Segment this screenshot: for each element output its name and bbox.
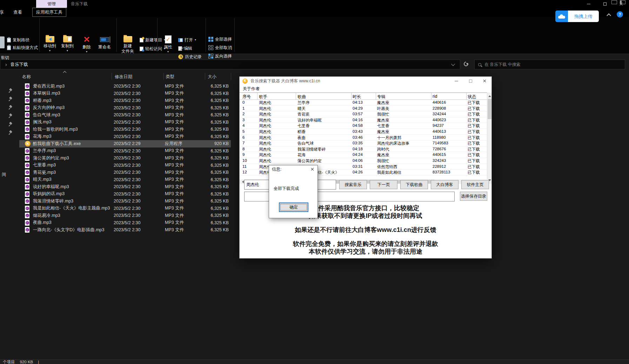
pin-icon[interactable] bbox=[8, 105, 13, 110]
select-none-button[interactable]: 全部取消 bbox=[208, 44, 232, 51]
dialog-close-button[interactable] bbox=[307, 165, 317, 173]
help-button[interactable]: ? bbox=[617, 11, 623, 18]
file-row[interactable]: 七里香.mp3 2023/5/2 2:30 MP3 文件 6,325 KB bbox=[19, 162, 231, 169]
vertical-scrollbar[interactable] bbox=[487, 92, 491, 184]
software-home-button[interactable]: 软件主页 bbox=[461, 180, 489, 189]
column-header-date[interactable]: 修改日期 bbox=[115, 74, 132, 80]
file-row[interactable]: 听妈妈的话.mp3 2023/5/2 2:30 MP3 文件 6,325 KB bbox=[19, 191, 231, 198]
dabai-blog-button[interactable]: 大白博客 bbox=[431, 180, 459, 189]
refresh-icon[interactable] bbox=[463, 61, 469, 67]
song-row[interactable]: 8 周杰伦 我落泪情绪零碎 04:18 跨时代 728676 已下载 bbox=[240, 146, 487, 152]
downloader-minimize-button[interactable] bbox=[449, 77, 463, 85]
file-row[interactable]: 晴天.mp3 2023/5/2 2:30 MP3 文件 6,325 KB bbox=[19, 176, 231, 184]
copy-path-button[interactable]: 复制路径 bbox=[7, 37, 29, 43]
song-row[interactable]: 10 周杰伦 蒲公英的约定 04:06 我很忙 324243 已下载 bbox=[240, 158, 487, 164]
paste-shortcut-button[interactable]: 粘贴快捷方式 bbox=[7, 44, 38, 51]
file-row[interactable]: 告白气球.mp3 2023/5/2 2:30 MP3 文件 6,325 KB bbox=[19, 111, 231, 119]
file-row[interactable]: 搁浅.mp3 2023/5/2 2:30 MP3 文件 6,325 KB bbox=[19, 119, 231, 126]
song-row[interactable]: 2 周杰伦 青花瓷 03:57 我很忙 324244 已下载 bbox=[240, 111, 487, 117]
col-seq[interactable]: 序号 bbox=[242, 94, 251, 100]
vertical-scroll-thumb[interactable] bbox=[488, 99, 491, 119]
breadcrumb[interactable]: 音乐下载 bbox=[11, 62, 28, 68]
edit-button[interactable]: 编辑 bbox=[178, 45, 192, 51]
col-status[interactable]: 状态 bbox=[468, 94, 476, 100]
delete-button[interactable]: × 删除▾ bbox=[79, 35, 94, 53]
download-songs-button[interactable]: 下载歌曲 bbox=[400, 180, 428, 189]
song-row[interactable]: 5 周杰伦 稻香 03:43 魔杰座 440613 已下载 bbox=[240, 129, 487, 135]
file-row[interactable]: 我落泪情绪零碎.mp3 2023/5/2 2:30 MP3 文件 6,325 K… bbox=[19, 198, 231, 205]
tab-share[interactable]: 共享 bbox=[0, 8, 4, 17]
downloader-titlebar[interactable]: 音乐搜索下载器 大白博客 www.c1i.cn bbox=[240, 77, 491, 85]
song-row[interactable]: 6 周杰伦 夜曲 03:46 十一月的萧邦 118980 已下载 bbox=[240, 135, 487, 141]
choose-save-dir-button[interactable]: 选择保存目录 bbox=[460, 192, 487, 201]
file-row[interactable]: 我是如此相信-《天火》电影主题曲.mp3 2023/5/2 2:30 MP3 文… bbox=[19, 205, 231, 212]
drag-upload-button[interactable]: 拖拽上传 bbox=[555, 11, 599, 22]
pin-icon[interactable] bbox=[8, 88, 13, 93]
pin-icon[interactable] bbox=[8, 114, 13, 118]
file-row[interactable]: 蒲公英的约定.mp3 2023/5/2 2:30 MP3 文件 6,325 KB bbox=[19, 154, 231, 162]
file-row[interactable]: 给我一首歌的时间.mp3 2023/5/2 2:30 MP3 文件 6,325 … bbox=[19, 126, 231, 133]
search-box[interactable]: 在 音乐下载 中搜索 bbox=[474, 60, 625, 69]
file-row[interactable]: 爱在西元前.mp3 2023/5/2 2:30 MP3 文件 6,325 KB bbox=[19, 83, 231, 90]
file-icon bbox=[25, 119, 29, 125]
song-row[interactable]: 9 周杰伦 花海 04:24 魔杰座 440615 已下载 bbox=[240, 152, 487, 158]
scroll-up-icon[interactable] bbox=[488, 94, 491, 97]
dialog-ok-button[interactable]: 确定 bbox=[279, 202, 308, 212]
downloader-maximize-button[interactable] bbox=[463, 77, 477, 85]
song-row[interactable]: 4 周杰伦 七里香 04:58 七里香 94237 已下载 bbox=[240, 123, 487, 129]
col-song[interactable]: 歌曲 bbox=[297, 94, 306, 100]
column-header-size[interactable]: 大小 bbox=[208, 74, 216, 80]
file-row[interactable]: 花海.mp3 2023/5/2 2:30 MP3 文件 6,325 KB bbox=[19, 133, 231, 140]
file-row[interactable]: 一路向北-《头文字D》电影插曲.mp3 2023/5/2 2:30 MP3 文件… bbox=[19, 226, 231, 234]
next-page-button[interactable]: 下一页 bbox=[370, 180, 397, 189]
scroll-left-icon[interactable] bbox=[241, 180, 244, 183]
downloader-close-button[interactable] bbox=[477, 77, 491, 85]
move-to-button[interactable]: 移动到▾ bbox=[41, 36, 58, 52]
file-row[interactable]: 反方向的钟.mp3 2023/5/2 2:30 MP3 文件 6,325 KB bbox=[19, 104, 231, 112]
maximize-button[interactable] bbox=[597, 0, 613, 8]
song-row[interactable]: 7 周杰伦 告白气球 03:35 周杰伦的床边故事 7149583 已下载 bbox=[240, 140, 487, 146]
pin-icon[interactable] bbox=[8, 130, 13, 135]
minimize-button[interactable] bbox=[581, 0, 597, 8]
select-all-button[interactable]: 全部选择 bbox=[208, 36, 232, 42]
menu-about-author[interactable]: 关于作者 bbox=[243, 86, 260, 92]
details-view-icon[interactable] bbox=[611, 0, 617, 4]
new-folder-button[interactable]: 新建 文件夹 bbox=[119, 36, 137, 54]
file-row[interactable]: 兰亭序.mp3 2023/5/2 2:30 MP3 文件 6,325 KB bbox=[19, 147, 231, 155]
address-bar[interactable]: › 音乐下载 bbox=[0, 60, 460, 69]
pin-icon[interactable] bbox=[8, 122, 13, 127]
tab-view[interactable]: 查看 bbox=[13, 8, 22, 17]
titlebar-tab-manage[interactable]: 管理 bbox=[36, 0, 67, 8]
address-dropdown-icon[interactable] bbox=[451, 62, 455, 66]
file-size: 6,325 KB bbox=[188, 149, 229, 153]
file-row[interactable]: 说好的幸福呢.mp3 2023/5/2 2:30 MP3 文件 6,325 KB bbox=[19, 183, 231, 191]
pin-icon[interactable] bbox=[8, 97, 13, 102]
file-row[interactable]: 稻香.mp3 2023/5/2 2:30 MP3 文件 6,325 KB bbox=[19, 97, 231, 104]
column-header-type[interactable]: 类型 bbox=[166, 74, 174, 80]
song-row[interactable]: 0 周杰伦 兰亭序 04:13 魔杰座 440616 已下载 bbox=[240, 100, 487, 106]
col-duration[interactable]: 时长 bbox=[353, 94, 361, 100]
col-artist[interactable]: 歌手 bbox=[259, 94, 267, 100]
song-row[interactable]: 3 周杰伦 说好的幸福呢 04:16 魔杰座 440623 已下载 bbox=[240, 117, 487, 123]
col-album[interactable]: 专辑 bbox=[377, 94, 386, 100]
thumbnails-view-icon[interactable] bbox=[620, 0, 625, 4]
file-row[interactable]: 本草纲目.mp3 2023/5/2 2:30 MP3 文件 6,325 KB bbox=[19, 90, 231, 97]
column-header-name[interactable]: 名称 bbox=[22, 74, 31, 80]
song-row[interactable]: 1 周杰伦 晴天 04:29 叶惠美 228908 已下载 bbox=[240, 106, 487, 112]
open-button[interactable]: 打开▾ bbox=[178, 37, 196, 43]
file-row[interactable]: 酷我歌曲下载小工具.exe 2023/5/2 2:29 应用程序 920 KB bbox=[19, 140, 231, 147]
song-artist: 周杰伦 bbox=[259, 141, 271, 146]
history-button[interactable]: 历史记录 bbox=[178, 54, 202, 60]
rename-button[interactable]: 重命名 bbox=[95, 35, 114, 50]
paste-icon[interactable] bbox=[0, 36, 5, 48]
file-row[interactable]: 夜曲.mp3 2023/5/2 2:30 MP3 文件 6,325 KB bbox=[19, 219, 231, 227]
properties-button[interactable]: 属性▾ bbox=[161, 35, 175, 53]
file-row[interactable]: 烟花易冷.mp3 2023/5/2 2:30 MP3 文件 6,325 KB bbox=[19, 212, 231, 219]
file-row[interactable]: 青花瓷.mp3 2023/5/2 2:30 MP3 文件 6,325 KB bbox=[19, 169, 231, 176]
col-rid[interactable]: rid bbox=[433, 94, 437, 99]
search-music-button[interactable]: 搜索音乐 bbox=[339, 180, 367, 189]
copy-to-button[interactable]: 复制到▾ bbox=[59, 36, 76, 52]
kuwo-app-icon bbox=[242, 78, 248, 84]
tab-application-tools[interactable]: 应用程序工具 bbox=[32, 8, 66, 17]
invert-selection-button[interactable]: 反向选择 bbox=[208, 53, 232, 59]
